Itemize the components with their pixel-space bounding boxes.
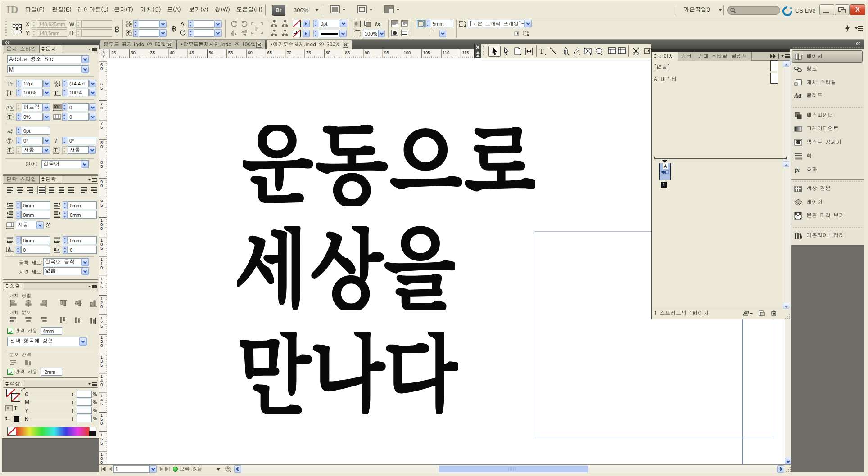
svg-text:T: T <box>9 90 13 96</box>
svg-text:a: a <box>57 248 59 252</box>
svg-text:0: 0 <box>100 343 103 348</box>
svg-text:T: T <box>8 138 11 144</box>
svg-text:5: 5 <box>100 440 103 445</box>
svg-text:35: 35 <box>150 50 155 55</box>
svg-text:60: 60 <box>248 50 253 55</box>
svg-text:T: T <box>54 90 58 96</box>
svg-text:5: 5 <box>100 202 103 207</box>
svg-text:5: 5 <box>100 363 103 368</box>
svg-text:40: 40 <box>170 50 175 55</box>
svg-text:AV: AV <box>53 104 60 109</box>
svg-text:T: T <box>8 114 12 120</box>
svg-text:115: 115 <box>462 50 469 55</box>
svg-text:0: 0 <box>100 304 103 309</box>
svg-text:Aa: Aa <box>794 92 801 99</box>
svg-text:A: A <box>6 104 10 111</box>
svg-text:0: 0 <box>100 144 103 149</box>
svg-text:A: A <box>8 247 11 252</box>
svg-text:55: 55 <box>228 50 233 55</box>
svg-text:5: 5 <box>100 246 103 251</box>
svg-text:T: T <box>54 147 58 153</box>
svg-text:0: 0 <box>100 265 103 270</box>
svg-text:90: 90 <box>365 50 370 55</box>
svg-text:100: 100 <box>404 50 411 55</box>
svg-text:P: P <box>255 25 258 32</box>
svg-text:0: 0 <box>100 105 103 110</box>
svg-text:5: 5 <box>100 401 103 406</box>
svg-text:45: 45 <box>189 50 194 55</box>
svg-text:T: T <box>8 147 12 153</box>
svg-text:5: 5 <box>100 85 103 90</box>
svg-text:5: 5 <box>100 323 103 328</box>
svg-text:A: A <box>55 83 58 87</box>
svg-text:75: 75 <box>306 50 311 55</box>
svg-text:30: 30 <box>131 50 136 55</box>
svg-text:5: 5 <box>100 284 103 289</box>
svg-text:0: 0 <box>100 460 103 464</box>
svg-text:A: A <box>7 128 11 135</box>
svg-text:85: 85 <box>345 50 350 55</box>
svg-text:50: 50 <box>209 50 214 55</box>
svg-text:5: 5 <box>100 164 103 169</box>
svg-text:25: 25 <box>111 50 116 55</box>
svg-text:110: 110 <box>443 50 449 55</box>
svg-text:V: V <box>10 104 14 111</box>
svg-text:a: a <box>11 128 13 132</box>
svg-text:T: T <box>539 47 544 55</box>
svg-text:fx: fx <box>795 166 800 173</box>
svg-text:95: 95 <box>384 50 389 55</box>
svg-text:T: T <box>54 137 59 144</box>
svg-text:0: 0 <box>100 183 103 188</box>
svg-text:5: 5 <box>100 125 103 130</box>
svg-text:T: T <box>10 82 13 87</box>
svg-text:0: 0 <box>100 66 103 71</box>
svg-text:70: 70 <box>287 50 292 55</box>
svg-text:0: 0 <box>100 226 103 231</box>
svg-text:A: A <box>54 247 57 252</box>
svg-text:65: 65 <box>267 50 272 55</box>
svg-text:105: 105 <box>423 50 430 55</box>
svg-text:80: 80 <box>326 50 330 55</box>
svg-text:0: 0 <box>100 382 103 387</box>
svg-text:0: 0 <box>100 421 103 426</box>
